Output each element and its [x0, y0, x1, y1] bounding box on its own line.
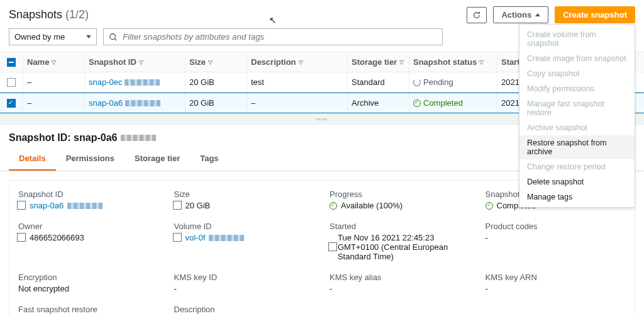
redacted-text: [209, 235, 244, 241]
label-kms-key-alias: KMS key alias: [330, 273, 470, 282]
refresh-button[interactable]: [467, 7, 487, 23]
cell-size: 20 GiB: [185, 72, 247, 92]
menu-create-image: Create image from snapshot: [519, 51, 635, 66]
col-description[interactable]: Description▽: [247, 52, 347, 72]
check-circle-icon: [330, 202, 337, 210]
cell-name: –: [23, 93, 84, 113]
label-product-codes: Product codes: [486, 222, 626, 231]
col-snapshot-id[interactable]: Snapshot ID▽: [84, 52, 185, 72]
row-checkbox[interactable]: [7, 99, 16, 108]
caret-up-icon: [535, 13, 540, 16]
value-progress: Available (100%): [330, 201, 470, 210]
value-kms-key-alias: -: [330, 284, 470, 293]
label-owner: Owner: [18, 222, 159, 231]
redacted-text: [121, 135, 156, 141]
value-snapshot-id: snap-0a6: [18, 201, 159, 210]
col-storage-tier[interactable]: Storage tier▽: [347, 52, 409, 72]
owner-filter-dropdown[interactable]: Owned by me: [9, 28, 97, 45]
search-input[interactable]: [123, 32, 437, 42]
row-checkbox[interactable]: [7, 78, 16, 87]
col-status[interactable]: Snapshot status▽: [409, 52, 497, 72]
value-kms-key-arn: -: [486, 284, 626, 293]
cell-description: test: [247, 72, 347, 92]
menu-change-restore: Change restore period: [519, 159, 635, 174]
redacted-text: [125, 79, 160, 86]
value-product-codes: -: [486, 233, 626, 242]
label-snapshot-id: Snapshot ID: [18, 189, 159, 199]
cell-status: Completed: [409, 93, 497, 113]
cell-description: –: [247, 93, 347, 113]
value-volume-id: vol-0f: [174, 233, 315, 242]
cell-tier: Archive: [347, 93, 409, 113]
cell-status: Pending: [409, 72, 497, 92]
label-fsr: Fast snapshot restore: [18, 305, 159, 314]
value-started: Tue Nov 16 2021 22:45:23 GMT+0100 (Centr…: [330, 233, 470, 261]
tab-permissions[interactable]: Permissions: [56, 147, 125, 171]
tab-tags[interactable]: Tags: [190, 147, 228, 171]
menu-delete[interactable]: Delete snapshot: [519, 174, 635, 189]
actions-dropdown-menu: Create volume from snapshot Create image…: [519, 24, 635, 208]
select-all-checkbox[interactable]: [7, 58, 16, 67]
svg-point-0: [110, 33, 116, 39]
menu-manage-tags[interactable]: Manage tags: [519, 189, 635, 205]
cell-snapshot-id[interactable]: snap-0a6: [84, 93, 185, 113]
col-size[interactable]: Size▽: [185, 52, 247, 72]
label-size: Size: [174, 189, 315, 199]
value-owner: 486652066693: [18, 233, 159, 242]
value-encryption: Not encrypted: [18, 284, 159, 293]
menu-copy-snapshot: Copy snapshot: [519, 66, 635, 81]
label-progress: Progress: [330, 189, 470, 199]
col-name[interactable]: Name▽: [23, 52, 84, 72]
menu-archive: Archive snapshot: [519, 120, 635, 135]
label-started: Started: [330, 222, 470, 231]
page-title: Snapshots (1/2): [9, 8, 89, 21]
value-size: 20 GiB: [174, 201, 315, 210]
redacted-text: [125, 100, 160, 106]
refresh-icon: [472, 11, 481, 20]
actions-button[interactable]: Actions: [493, 6, 548, 23]
cell-name: –: [23, 72, 84, 92]
search-input-wrapper[interactable]: [103, 28, 443, 45]
create-snapshot-button[interactable]: Create snapshot: [555, 6, 635, 23]
menu-create-volume: Create volume from snapshot: [519, 27, 635, 51]
redacted-text: [67, 203, 103, 209]
menu-modify-permissions: Modify permissions: [519, 81, 635, 96]
title-count: (1/2): [65, 8, 89, 21]
copy-icon[interactable]: [174, 234, 182, 242]
tab-details[interactable]: Details: [9, 147, 56, 171]
cell-tier: Standard: [347, 72, 409, 92]
menu-manage-fsr: Manage fast snapshot restore: [519, 96, 635, 120]
label-volume-id: Volume ID: [174, 222, 315, 231]
check-circle-icon: [413, 99, 421, 107]
copy-icon[interactable]: [174, 202, 182, 210]
label-kms-key-arn: KMS key ARN: [486, 273, 626, 282]
cell-snapshot-id[interactable]: snap-0ec: [84, 72, 185, 92]
label-detail-description: Description: [174, 305, 315, 314]
tab-storage-tier[interactable]: Storage tier: [125, 147, 190, 171]
copy-icon[interactable]: [18, 234, 26, 242]
menu-restore-archive[interactable]: Restore snapshot from archive: [519, 135, 635, 159]
cell-size: 20 GiB: [185, 93, 247, 113]
pending-icon: [413, 79, 421, 86]
check-circle-icon: [486, 202, 493, 210]
copy-icon[interactable]: [18, 202, 26, 210]
label-kms-key-id: KMS key ID: [174, 273, 315, 282]
copy-icon[interactable]: [330, 244, 334, 251]
value-kms-key-id: -: [174, 284, 315, 293]
search-icon: [109, 33, 118, 42]
caret-down-icon: [86, 35, 91, 38]
label-encryption: Encryption: [18, 273, 159, 282]
